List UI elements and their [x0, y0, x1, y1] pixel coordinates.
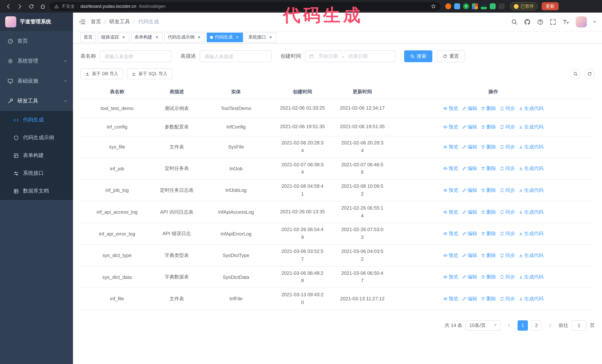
delete-link[interactable]: 删除	[481, 274, 496, 281]
preview-link[interactable]: 预览	[443, 187, 458, 194]
sync-link[interactable]: 同步	[500, 230, 515, 237]
close-icon[interactable]	[154, 35, 159, 40]
edit-link[interactable]: 编辑	[462, 144, 477, 150]
prev-page-button[interactable]	[504, 320, 514, 331]
close-icon[interactable]	[121, 35, 126, 40]
reset-button[interactable]: 重置	[437, 50, 465, 62]
close-icon[interactable]	[235, 35, 240, 40]
delete-link[interactable]: 删除	[481, 295, 496, 302]
delete-link[interactable]: 删除	[481, 165, 496, 172]
import-sql-button[interactable]: 基于 SQL 导入	[127, 69, 172, 79]
refresh-table-button[interactable]	[584, 69, 595, 79]
preview-link[interactable]: 预览	[443, 165, 458, 172]
breadcrumb-home[interactable]: 首页	[91, 19, 101, 25]
chevron-down-icon[interactable]	[593, 21, 596, 23]
edit-link[interactable]: 编辑	[462, 124, 477, 130]
preview-link[interactable]: 预览	[443, 274, 458, 281]
generate-code-link[interactable]: 生成代码	[519, 187, 543, 194]
avatar[interactable]	[576, 16, 587, 27]
extension-icon[interactable]	[472, 3, 478, 9]
sync-link[interactable]: 同步	[500, 144, 515, 150]
paused-badge[interactable]: 已暂停	[510, 2, 538, 10]
edit-link[interactable]: 编辑	[462, 209, 477, 215]
close-icon[interactable]	[268, 35, 273, 40]
table-name-input[interactable]	[100, 50, 172, 62]
generate-code-link[interactable]: 生成代码	[519, 165, 543, 172]
sync-link[interactable]: 同步	[500, 209, 515, 215]
edit-link[interactable]: 编辑	[462, 295, 477, 302]
edit-link[interactable]: 编辑	[462, 105, 477, 112]
preview-link[interactable]: 预览	[443, 230, 458, 237]
delete-link[interactable]: 删除	[481, 230, 496, 237]
sidebar-item-form-builder[interactable]: 表单构建	[0, 147, 73, 164]
preview-link[interactable]: 预览	[443, 252, 458, 259]
preview-link[interactable]: 预览	[443, 124, 458, 130]
generate-code-link[interactable]: 生成代码	[519, 295, 543, 302]
preview-link[interactable]: 预览	[443, 144, 458, 150]
help-icon[interactable]	[537, 19, 543, 25]
extension-icon[interactable]	[445, 3, 451, 9]
sidebar-item-system-management[interactable]: 系统管理	[0, 51, 73, 71]
github-icon[interactable]	[524, 18, 531, 25]
sidebar-item-dev-tools[interactable]: 研发工具	[0, 91, 73, 111]
generate-code-link[interactable]: 生成代码	[519, 105, 543, 112]
delete-link[interactable]: 删除	[481, 209, 496, 215]
edit-link[interactable]: 编辑	[462, 187, 477, 194]
toggle-search-button[interactable]	[570, 69, 580, 79]
sidebar-item-codegen-example[interactable]: 代码生成示例	[0, 129, 73, 147]
delete-link[interactable]: 删除	[481, 252, 496, 259]
back-button[interactable]	[4, 2, 13, 11]
next-page-button[interactable]	[545, 320, 555, 331]
sidebar-toggle[interactable]	[79, 19, 86, 25]
sidebar-item-code-generation[interactable]: 代码生成	[0, 111, 73, 129]
delete-link[interactable]: 删除	[481, 105, 496, 112]
tab-codegen-example[interactable]: 代码生成示例	[164, 32, 205, 42]
sidebar-item-infrastructure[interactable]: 基础设施	[0, 71, 73, 91]
preview-link[interactable]: 预览	[443, 209, 458, 215]
sidebar-item-system-api[interactable]: 系统接口	[0, 164, 73, 182]
sidebar-item-db-docs[interactable]: 数据库文档	[0, 182, 73, 200]
sync-link[interactable]: 同步	[500, 105, 515, 112]
page-1-button[interactable]: 1	[517, 320, 528, 331]
bookmark-star-icon[interactable]	[431, 4, 436, 9]
generate-code-link[interactable]: 生成代码	[519, 230, 543, 237]
extension-icon[interactable]: V	[463, 3, 469, 9]
tab-form-builder[interactable]: 表单构建	[131, 32, 163, 42]
sync-link[interactable]: 同步	[500, 124, 515, 130]
fullscreen-icon[interactable]	[550, 19, 556, 25]
edit-link[interactable]: 编辑	[462, 165, 477, 172]
sync-link[interactable]: 同步	[500, 295, 515, 302]
search-button[interactable]: 搜索	[404, 50, 432, 62]
search-icon[interactable]	[511, 19, 517, 25]
generate-code-link[interactable]: 生成代码	[519, 252, 543, 259]
generate-code-link[interactable]: 生成代码	[519, 124, 543, 130]
generate-code-link[interactable]: 生成代码	[519, 144, 543, 150]
update-button[interactable]: 更新	[542, 2, 559, 10]
delete-link[interactable]: 删除	[481, 187, 496, 194]
tab-home[interactable]: 首页	[80, 32, 96, 42]
sync-link[interactable]: 同步	[500, 187, 515, 194]
preview-link[interactable]: 预览	[443, 295, 458, 302]
sync-link[interactable]: 同步	[500, 274, 515, 281]
table-desc-input[interactable]	[200, 50, 271, 62]
extension-icon[interactable]	[481, 3, 487, 9]
generate-code-link[interactable]: 生成代码	[519, 274, 543, 281]
import-db-button[interactable]: 基于 DB 导入	[80, 69, 123, 79]
preview-link[interactable]: 预览	[443, 105, 458, 112]
forward-button[interactable]	[15, 2, 24, 11]
generate-code-link[interactable]: 生成代码	[519, 209, 543, 215]
sidebar-item-home[interactable]: 首页	[0, 31, 73, 51]
extension-icon[interactable]	[499, 3, 505, 9]
edit-link[interactable]: 编辑	[462, 252, 477, 259]
page-2-button[interactable]: 2	[531, 320, 542, 331]
edit-link[interactable]: 编辑	[462, 274, 477, 281]
extension-icon[interactable]	[454, 3, 460, 9]
create-time-range-picker[interactable]: 开始日期 - 结束日期	[305, 50, 395, 62]
address-bar[interactable]: 不安全 dashboard.yudao.iocoder.cn/tool/code…	[50, 2, 441, 11]
page-size-select[interactable]: 10条/页	[466, 320, 501, 331]
edit-link[interactable]: 编辑	[462, 230, 477, 237]
reload-button[interactable]	[27, 2, 36, 11]
sync-link[interactable]: 同步	[500, 252, 515, 259]
sync-link[interactable]: 同步	[500, 165, 515, 172]
tab-link-tracing[interactable]: 链路追踪	[98, 32, 129, 42]
